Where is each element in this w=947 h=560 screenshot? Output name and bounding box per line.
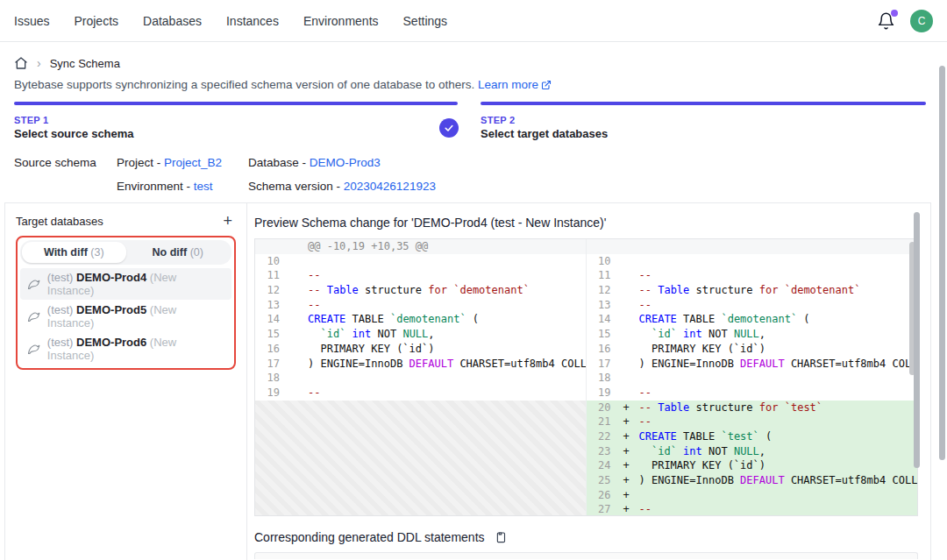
line-number: 11	[255, 268, 292, 283]
line-number: 16	[587, 342, 623, 357]
code-line: 15 `id` int NOT NULL,	[587, 327, 918, 342]
diff-marker	[292, 268, 308, 283]
code-text: -- Table structure for `demotenant`	[639, 283, 918, 298]
project-link[interactable]: Project_B2	[164, 156, 222, 169]
code-text: `id` int NOT NULL,	[308, 327, 586, 342]
step-2-bar	[481, 102, 926, 105]
learn-more-link[interactable]: Learn more	[478, 78, 552, 91]
nav-item-projects[interactable]: Projects	[74, 14, 118, 28]
line-number: 24	[587, 458, 623, 473]
code-line: 10	[587, 254, 918, 269]
environment-link[interactable]: test	[194, 180, 213, 193]
code-line: 20+-- Table structure for `test`	[587, 401, 918, 415]
diff-marker: +	[623, 429, 639, 444]
diff-marker	[623, 268, 639, 283]
code-line: 14CREATE TABLE `demotenant` (	[255, 312, 586, 327]
breadcrumb-page: Sync Schema	[50, 57, 120, 70]
line-number: 13	[587, 298, 623, 313]
target-db-label: (test) DEMO-Prod4 (New Instance)	[47, 271, 224, 297]
target-db-demo-prod5[interactable]: (test) DEMO-Prod5 (New Instance)	[20, 301, 231, 332]
code-line: 22+CREATE TABLE `test` (	[587, 429, 918, 444]
diff-marker: +	[623, 415, 639, 429]
line-number: 23	[587, 444, 623, 459]
step-2: STEP 2 Select target databases	[481, 102, 926, 140]
code-text: CREATE TABLE `demotenant` (	[639, 312, 918, 327]
tab-label: With diff	[44, 246, 90, 259]
target-db-demo-prod6[interactable]: (test) DEMO-Prod6 (New Instance)	[20, 333, 231, 365]
notification-bell-button[interactable]	[877, 11, 896, 31]
code-text	[308, 254, 586, 269]
nav-item-databases[interactable]: Databases	[143, 14, 202, 28]
project-field: Project - Project_B2	[117, 156, 248, 169]
schema-version-link[interactable]: 20230426121923	[344, 180, 436, 193]
diff-marker	[623, 298, 639, 313]
line-number: 18	[587, 371, 623, 386]
line-number: 14	[587, 312, 623, 327]
tab-with-diff[interactable]: With diff (3)	[22, 242, 126, 263]
code-text	[639, 488, 918, 503]
diff-marker	[623, 342, 639, 357]
schema-diff-editor[interactable]: @@ -10,19 +10,35 @@1011--12-- Table stru…	[254, 238, 918, 516]
code-text: ) ENGINE=InnoDB DEFAULT CHARSET=utf8mb4 …	[639, 473, 918, 488]
nav-item-settings[interactable]: Settings	[403, 14, 448, 28]
source-schema-row-1: Source schema Project - Project_B2 Datab…	[14, 156, 933, 169]
code-text	[639, 254, 918, 269]
preview-panel: Preview Schema change for 'DEMO-Prod4 (t…	[247, 203, 930, 560]
tab-count: (3)	[90, 246, 103, 259]
code-text: `id` int NOT NULL,	[639, 444, 918, 459]
code-line: 24+ PRIMARY KEY (`id`)	[587, 458, 918, 473]
line-number: 11	[587, 268, 623, 283]
line-number: 27	[587, 502, 623, 515]
nav-item-environments[interactable]: Environments	[303, 14, 379, 28]
diff-marker	[292, 386, 308, 401]
diff-pane-modified: 1011--12-- Table structure for `demotena…	[587, 239, 918, 515]
diff-pane-original: @@ -10,19 +10,35 @@1011--12-- Table stru…	[255, 239, 587, 515]
sync-schema-page: IssuesProjectsDatabasesInstancesEnvironm…	[0, 0, 947, 560]
main-content: Target databases + With diff (3)No diff …	[4, 202, 931, 560]
breadcrumb: › Sync Schema	[0, 42, 947, 70]
copy-ddl-button[interactable]	[494, 530, 507, 544]
content-scrollbar[interactable]	[914, 212, 920, 468]
diff-marker: +	[623, 488, 639, 503]
step-1-check-icon	[439, 118, 459, 138]
db-environment: (test)	[47, 271, 76, 284]
code-line: 26+	[587, 488, 918, 503]
code-line: 21+--	[587, 415, 918, 429]
target-db-label: (test) DEMO-Prod5 (New Instance)	[47, 303, 224, 330]
diff-marker: +	[623, 444, 639, 459]
add-target-database-button[interactable]: +	[219, 213, 236, 229]
diff-marker	[623, 283, 639, 298]
page-scrollbar[interactable]	[939, 66, 945, 460]
code-text: --	[308, 268, 586, 283]
code-text: -- Table structure for `test`	[639, 401, 918, 415]
code-line: 15 `id` int NOT NULL,	[255, 327, 586, 342]
avatar[interactable]: C	[910, 10, 933, 32]
code-text: -- Table structure for `demotenant`	[308, 283, 586, 298]
ddl-header: Corresponding generated DDL statements	[254, 530, 918, 544]
nav-item-issues[interactable]: Issues	[14, 14, 49, 28]
tab-no-diff[interactable]: No diff (0)	[126, 242, 231, 263]
code-line: 11--	[255, 268, 586, 283]
line-number: 14	[255, 312, 292, 327]
mysql-icon	[27, 343, 41, 355]
code-text: CREATE TABLE `demotenant` (	[308, 312, 586, 327]
ddl-statements-block	[254, 552, 918, 559]
code-line: 27+--	[587, 502, 918, 515]
home-icon[interactable]	[14, 56, 28, 70]
line-number: 16	[255, 342, 292, 357]
line-number: 10	[587, 254, 623, 269]
diff-marker	[292, 312, 308, 327]
steps: STEP 1 Select source schema STEP 2 Selec…	[0, 91, 947, 140]
code-text	[308, 371, 586, 386]
nav-item-instances[interactable]: Instances	[226, 14, 279, 28]
code-text: --	[639, 298, 918, 313]
code-line: @@ -10,19 +10,35 @@	[255, 239, 586, 254]
code-line: 12-- Table structure for `demotenant`	[255, 283, 586, 298]
target-db-demo-prod4[interactable]: (test) DEMO-Prod4 (New Instance)	[20, 268, 231, 300]
database-link[interactable]: DEMO-Prod3	[310, 156, 381, 169]
step-1-title: Select source schema	[14, 127, 458, 140]
step-1-bar	[14, 102, 458, 105]
line-number: 19	[587, 386, 623, 401]
code-line: 16 PRIMARY KEY (`id`)	[255, 342, 586, 357]
diff-marker: +	[623, 458, 639, 473]
